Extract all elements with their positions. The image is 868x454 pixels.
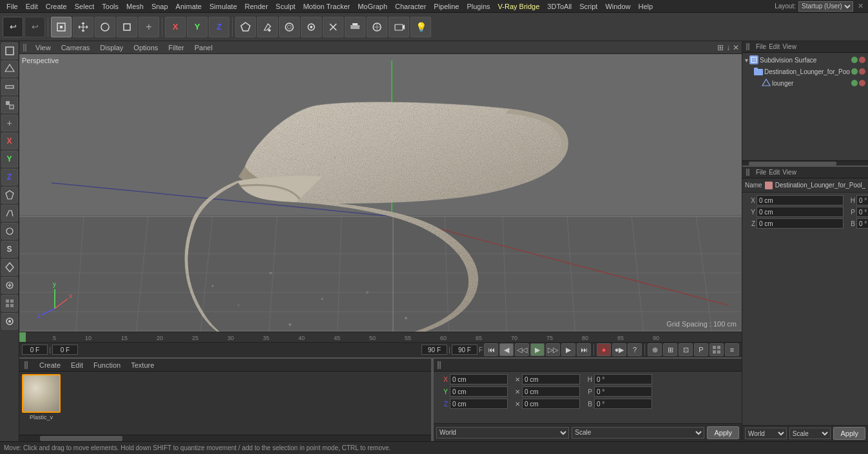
menu-render[interactable]: Render	[241, 3, 272, 10]
attr-color-swatch[interactable]	[765, 182, 773, 189]
vp-down-icon[interactable]: ↓	[726, 43, 730, 52]
vp-close-icon[interactable]: ✕	[733, 43, 739, 52]
tab-cameras[interactable]: Cameras	[59, 44, 93, 52]
layout-select[interactable]: Startup (User)	[798, 1, 853, 12]
rotate-tool-button[interactable]	[95, 17, 115, 37]
fps-field-2[interactable]	[452, 345, 477, 355]
left-add2-button[interactable]	[1, 277, 18, 294]
destination-lounger-item[interactable]: Destination_Lounger_for_Pool_S	[744, 66, 867, 77]
menu-tools[interactable]: Tools	[98, 3, 122, 10]
attr-z-field[interactable]	[757, 218, 844, 229]
t-field[interactable]	[522, 399, 580, 409]
tab-options[interactable]: Options	[131, 44, 160, 52]
record-mode-button[interactable]: ?	[628, 343, 642, 356]
y-axis-button[interactable]: Y	[187, 17, 207, 37]
menu-plugins[interactable]: Plugins	[463, 3, 494, 10]
transport-play-button[interactable]: ▶	[530, 343, 545, 356]
obj-manager-scrollbar[interactable]	[742, 160, 868, 166]
obj-edit-btn[interactable]: Edit	[769, 43, 780, 50]
lounger-item[interactable]: lounger	[744, 77, 867, 89]
attr-apply-button[interactable]: Apply	[833, 427, 865, 440]
left-diamond-button[interactable]	[1, 259, 18, 276]
vp-expand-icon[interactable]: ⊞	[717, 43, 724, 52]
tab-view[interactable]: View	[33, 44, 53, 52]
menu-animate[interactable]: Animate	[172, 3, 206, 10]
transport-start-button[interactable]: ⏮	[484, 343, 498, 356]
menu-character[interactable]: Character	[391, 3, 430, 10]
menu-sculpt[interactable]: Sculpt	[272, 3, 300, 10]
layout-close-icon[interactable]: ✕	[856, 2, 865, 10]
fill-button[interactable]	[345, 17, 365, 37]
left-tool-4[interactable]	[1, 97, 18, 113]
mat-tab-texture[interactable]: Texture	[128, 361, 157, 369]
left-grid-button[interactable]	[1, 295, 18, 312]
scale-select[interactable]: Scale	[572, 427, 704, 439]
timeline-ruler[interactable]: 5 10 15 20 25 30 35 40 45 50 55 60 65 70…	[19, 332, 742, 343]
attr-edit-btn[interactable]: Edit	[769, 169, 780, 176]
attr-world-select[interactable]: World	[745, 428, 787, 439]
menu-motion-tracker[interactable]: Motion Tracker	[299, 3, 354, 10]
menu-mesh[interactable]: Mesh	[122, 3, 148, 10]
p-rot-field[interactable]	[594, 386, 652, 397]
material-item[interactable]: Plastic_v	[22, 374, 61, 421]
x-position-field[interactable]	[450, 374, 508, 384]
left-y-button[interactable]: Y	[1, 151, 18, 167]
loop-cut-button[interactable]	[279, 17, 300, 37]
current-frame-field[interactable]	[22, 345, 48, 355]
menu-3dto-all[interactable]: 3DToAll	[543, 3, 575, 10]
menu-create[interactable]: Create	[42, 3, 71, 10]
menu-file[interactable]: File	[3, 3, 22, 10]
add-tool-button[interactable]: +	[139, 17, 159, 37]
left-draw-button[interactable]	[1, 205, 18, 222]
left-poly-button[interactable]	[1, 187, 18, 203]
attr-b-field[interactable]	[856, 218, 868, 229]
undo-button[interactable]: ↩	[3, 17, 23, 37]
tab-panel[interactable]: Panel	[192, 44, 215, 52]
attr-file-btn[interactable]: File	[756, 169, 766, 176]
z-position-field[interactable]	[450, 399, 508, 409]
model-mode-button[interactable]	[51, 17, 72, 37]
transport-rewind-button[interactable]: ◁◁	[515, 343, 529, 356]
polygon-button[interactable]	[235, 17, 256, 37]
move-tool-button[interactable]	[73, 17, 93, 37]
world-select[interactable]: World	[436, 427, 569, 439]
extrude-button[interactable]	[301, 17, 322, 37]
obj-view-btn[interactable]: View	[782, 43, 796, 50]
key-grid-button[interactable]	[709, 343, 724, 356]
left-circle-button[interactable]	[1, 313, 18, 330]
menu-window[interactable]: Window	[601, 3, 634, 10]
scale-tool-button[interactable]	[117, 17, 137, 37]
y-position-field[interactable]	[450, 386, 508, 397]
left-x-button[interactable]: X	[1, 133, 18, 149]
left-tool-2[interactable]	[1, 61, 18, 77]
subdivision-surface-item[interactable]: ▾ Subdivision Surface	[744, 54, 867, 66]
left-tool-1[interactable]	[1, 43, 18, 59]
menu-mograph[interactable]: MoGraph	[354, 3, 391, 10]
menu-script[interactable]: Script	[575, 3, 601, 10]
record-button[interactable]: ●	[597, 343, 611, 356]
key-add-button[interactable]: ⊕	[648, 343, 662, 356]
knife-button[interactable]	[323, 17, 343, 37]
paint-button[interactable]	[257, 17, 278, 37]
attr-y-field[interactable]	[757, 207, 844, 217]
s-field[interactable]	[522, 386, 580, 397]
key-auto-button[interactable]: ⊡	[679, 343, 693, 356]
mat-tab-edit[interactable]: Edit	[68, 361, 86, 369]
transport-ff-button[interactable]: ▷▷	[546, 343, 560, 356]
attr-view-btn[interactable]: View	[782, 169, 796, 176]
h-field[interactable]	[594, 374, 652, 384]
left-tool-3[interactable]	[1, 79, 18, 95]
key-p-button[interactable]: P	[694, 343, 708, 356]
z-axis-button[interactable]: Z	[209, 17, 229, 37]
tab-filter[interactable]: Filter	[166, 44, 186, 52]
viewport-3d[interactable]: Perspective Grid Spacing : 100 cm x y z	[19, 54, 742, 332]
key-list-button[interactable]: ≡	[725, 343, 739, 356]
menu-help[interactable]: Help	[635, 3, 657, 10]
frame-field-2[interactable]	[52, 345, 78, 355]
attr-p-field[interactable]	[856, 207, 868, 217]
apply-button[interactable]: Apply	[707, 426, 739, 439]
subdivide-button[interactable]	[367, 17, 387, 37]
menu-snap[interactable]: Snap	[148, 3, 172, 10]
material-scrollbar[interactable]	[19, 435, 431, 441]
obj-file-btn[interactable]: File	[756, 43, 766, 50]
